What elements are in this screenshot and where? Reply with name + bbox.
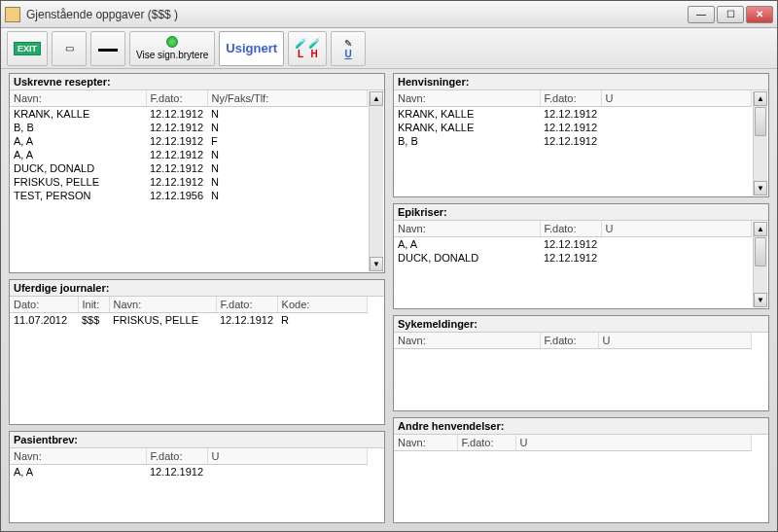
andre-table: Navn: F.dato: U — [394, 435, 752, 453]
henvisninger-title: Henvisninger: — [394, 74, 768, 89]
table-row[interactable]: A, A12.12.1912F — [10, 134, 368, 148]
pasientbrev-table: Navn: F.dato: U A, A12.12.1912 — [10, 448, 368, 479]
uskrevne-title: Uskrevne resepter: — [10, 74, 384, 89]
toolbar-btn-2[interactable]: ▭ — [52, 31, 87, 66]
col-fdato[interactable]: F.dato: — [540, 221, 601, 237]
col-fdato[interactable]: F.dato: — [540, 333, 598, 349]
col-nyfakstlf[interactable]: Ny/Faks/Tlf: — [207, 90, 367, 107]
col-fdato[interactable]: F.dato: — [216, 297, 277, 313]
uskrevne-table: Navn: F.dato: Ny/Faks/Tlf: KRANK, KALLE1… — [10, 90, 368, 202]
toolbar: EXIT ▭ ▬▬ Vise sign.brytere Usignert 🧪L … — [1, 28, 777, 69]
scroll-down-icon[interactable]: ▼ — [370, 257, 383, 271]
table-row[interactable]: TEST, PERSON12.12.1956N — [10, 189, 368, 202]
window-controls: — ☐ ✕ — [688, 6, 773, 23]
bars-icon: ▬▬ — [98, 43, 118, 53]
col-navn[interactable]: Navn: — [394, 333, 540, 349]
minimize-button[interactable]: — — [688, 6, 715, 23]
andre-title: Andre henvendelser: — [394, 418, 768, 434]
pasientbrev-panel: Pasientbrev: Navn: F.dato: U A, A12.12.1… — [9, 431, 385, 523]
edit-icon: ✎ — [344, 38, 352, 49]
scrollbar[interactable]: ▲▼ — [369, 91, 383, 271]
pasientbrev-body[interactable]: Navn: F.dato: U A, A12.12.1912 — [10, 447, 384, 522]
table-row[interactable]: DUCK, DONALD12.12.1912 — [394, 251, 752, 265]
exit-button[interactable]: EXIT — [7, 31, 48, 66]
scrollbar[interactable]: ▲▼ — [753, 222, 767, 307]
scroll-up-icon[interactable]: ▲ — [754, 222, 767, 236]
uferdige-body[interactable]: Dato: Init: Navn: F.dato: Kode: 11.07.20… — [10, 296, 384, 424]
henvisninger-body[interactable]: Navn: F.dato: U KRANK, KALLE12.12.1912KR… — [394, 89, 768, 196]
col-navn[interactable]: Navn: — [109, 297, 216, 313]
table-row[interactable]: B, B12.12.1912 — [394, 134, 752, 148]
col-fdato[interactable]: F.dato: — [540, 90, 601, 107]
uskrevne-body[interactable]: Navn: F.dato: Ny/Faks/Tlf: KRANK, KALLE1… — [10, 89, 384, 272]
uferdige-panel: Uferdige journaler: Dato: Init: Navn: F.… — [9, 279, 385, 425]
app-icon — [5, 7, 20, 22]
uferdige-title: Uferdige journaler: — [10, 280, 384, 296]
andre-panel: Andre henvendelser: Navn: F.dato: U — [393, 417, 769, 523]
right-column: Henvisninger: Navn: F.dato: U KRANK, KAL… — [393, 73, 769, 523]
col-u[interactable]: U — [601, 221, 751, 237]
titlebar: Gjenstående oppgaver ($$$ ) — ☐ ✕ — [1, 1, 777, 28]
uferdige-table: Dato: Init: Navn: F.dato: Kode: 11.07.20… — [10, 297, 368, 327]
table-row[interactable]: A, A12.12.1912N — [10, 148, 368, 161]
table-row[interactable]: A, A12.12.1912 — [394, 237, 752, 252]
col-navn[interactable]: Navn: — [394, 221, 540, 237]
uskrevne-panel: Uskrevne resepter: Navn: F.dato: Ny/Faks… — [9, 73, 385, 273]
col-navn[interactable]: Navn: — [10, 448, 146, 465]
epikriser-body[interactable]: Navn: F.dato: U A, A12.12.1912DUCK, DONA… — [394, 220, 768, 308]
col-fdato[interactable]: F.dato: — [146, 90, 207, 107]
epikriser-panel: Epikriser: Navn: F.dato: U A, A12.12.191… — [393, 203, 769, 309]
table-row[interactable] — [394, 451, 752, 454]
table-row[interactable]: A, A12.12.1912 — [10, 465, 368, 479]
scroll-thumb[interactable] — [755, 107, 766, 136]
table-row[interactable]: DUCK, DONALD12.12.1912N — [10, 161, 368, 175]
tube-h-icon: 🧪 — [308, 38, 320, 49]
sykemeldinger-table: Navn: F.dato: U — [394, 333, 752, 351]
epikriser-title: Epikriser: — [394, 204, 768, 220]
table-row[interactable]: KRANK, KALLE12.12.1912N — [10, 107, 368, 122]
andre-body[interactable]: Navn: F.dato: U — [394, 434, 768, 522]
table-row[interactable]: KRANK, KALLE12.12.1912 — [394, 107, 752, 122]
maximize-button[interactable]: ☐ — [717, 6, 744, 23]
scroll-down-icon[interactable]: ▼ — [754, 181, 767, 195]
col-navn[interactable]: Navn: — [394, 435, 457, 451]
pasientbrev-title: Pasientbrev: — [10, 432, 384, 447]
lh-button[interactable]: 🧪L 🧪H — [288, 31, 327, 66]
col-kode[interactable]: Kode: — [277, 297, 367, 313]
app-window: Gjenstående oppgaver ($$$ ) — ☐ ✕ EXIT ▭… — [0, 0, 778, 532]
col-dato[interactable]: Dato: — [10, 297, 78, 313]
table-row[interactable]: 11.07.2012$$$FRISKUS, PELLE12.12.1912R — [10, 312, 368, 327]
col-navn[interactable]: Navn: — [394, 90, 540, 107]
sykemeldinger-panel: Sykemeldinger: Navn: F.dato: U — [393, 315, 769, 411]
col-u[interactable]: U — [515, 435, 752, 451]
col-navn[interactable]: Navn: — [10, 90, 146, 107]
scroll-up-icon[interactable]: ▲ — [370, 91, 383, 106]
table-row[interactable]: KRANK, KALLE12.12.1912 — [394, 121, 752, 134]
table-row[interactable]: B, B12.12.1912N — [10, 121, 368, 134]
col-init[interactable]: Init: — [78, 297, 109, 313]
col-fdato[interactable]: F.dato: — [146, 448, 207, 465]
vise-sign-button[interactable]: Vise sign.brytere — [129, 31, 215, 66]
col-u[interactable]: U — [601, 90, 751, 107]
col-u[interactable]: U — [598, 333, 752, 349]
form-icon: ▭ — [65, 43, 74, 53]
content-area: Uskrevne resepter: Navn: F.dato: Ny/Faks… — [1, 69, 777, 531]
scroll-up-icon[interactable]: ▲ — [754, 91, 767, 106]
toolbar-btn-3[interactable]: ▬▬ — [90, 31, 125, 66]
green-dot-icon — [166, 36, 178, 48]
usignert-button[interactable]: Usignert — [219, 31, 284, 66]
close-button[interactable]: ✕ — [746, 6, 773, 23]
u-button[interactable]: ✎ U — [331, 31, 366, 66]
henvisninger-table: Navn: F.dato: U KRANK, KALLE12.12.1912KR… — [394, 90, 752, 148]
col-fdato[interactable]: F.dato: — [457, 435, 515, 451]
scroll-down-icon[interactable]: ▼ — [754, 293, 767, 307]
scrollbar[interactable]: ▲▼ — [753, 91, 767, 195]
col-u[interactable]: U — [207, 448, 367, 465]
table-row[interactable] — [394, 349, 752, 352]
window-title: Gjenstående oppgaver ($$$ ) — [26, 8, 688, 21]
scroll-thumb[interactable] — [755, 237, 766, 266]
sykemeldinger-body[interactable]: Navn: F.dato: U — [394, 332, 768, 410]
henvisninger-panel: Henvisninger: Navn: F.dato: U KRANK, KAL… — [393, 73, 769, 197]
table-row[interactable]: FRISKUS, PELLE12.12.1912N — [10, 175, 368, 189]
sykemeldinger-title: Sykemeldinger: — [394, 316, 768, 332]
